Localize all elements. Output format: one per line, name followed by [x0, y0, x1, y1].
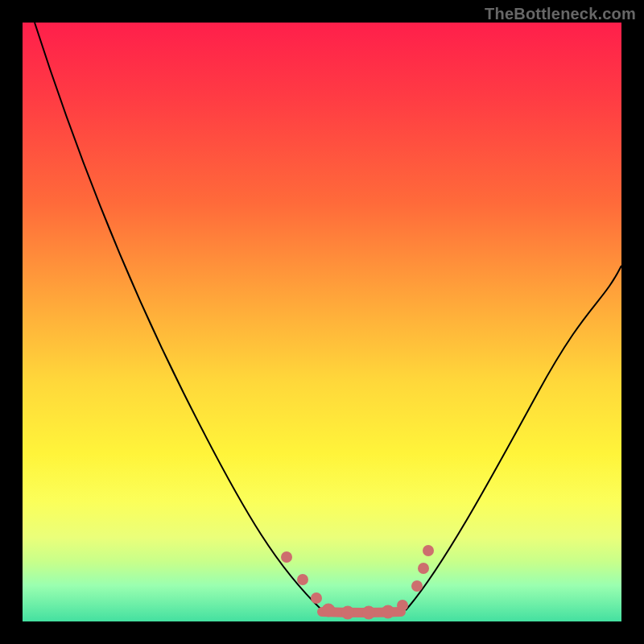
- plot-svg: [23, 23, 621, 621]
- marker-dot: [423, 545, 434, 556]
- plot-area: [23, 23, 621, 621]
- marker-dot: [322, 604, 335, 617]
- marker-dot: [418, 563, 429, 574]
- marker-dot: [341, 606, 354, 619]
- marker-dot: [411, 580, 423, 592]
- marker-dot: [281, 551, 292, 563]
- outer-frame: TheBottleneck.com: [0, 0, 644, 644]
- marker-dot: [297, 574, 308, 585]
- curve-left: [35, 23, 322, 610]
- marker-dot: [397, 600, 408, 611]
- marker-dot: [382, 605, 394, 618]
- watermark-text: TheBottleneck.com: [485, 5, 636, 23]
- curve-right: [406, 266, 621, 610]
- marker-dot: [362, 606, 375, 619]
- marker-dot: [311, 592, 322, 604]
